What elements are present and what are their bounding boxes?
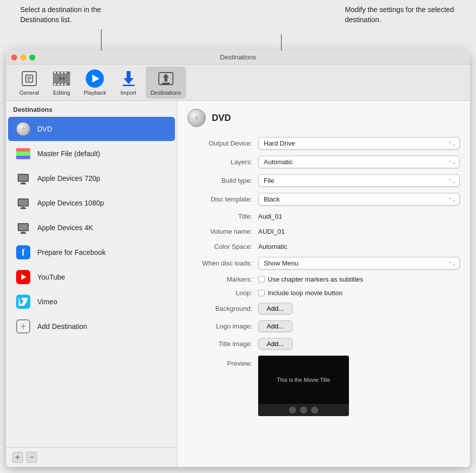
markers-control: Use chapter markers as subtitles [258, 276, 460, 283]
remove-destination-button[interactable]: − [26, 452, 37, 463]
preview-label: Preview: [188, 356, 258, 367]
markers-checkbox[interactable] [258, 276, 265, 283]
color-space-value: Automatic [258, 242, 460, 251]
sidebar-item-vimeo[interactable]: Vimeo [8, 290, 175, 314]
titlebar: Destinations [6, 50, 470, 64]
window-controls [11, 54, 35, 60]
import-icon [120, 70, 138, 88]
when-disc-loads-control: Show Menu Play Movie ⌃⌄ [258, 257, 460, 269]
svg-rect-34 [19, 224, 28, 230]
background-row: Background: Add... [188, 303, 460, 314]
sidebar-item-apple1080-label: Apple Devices 1080p [37, 199, 104, 207]
svg-rect-32 [20, 208, 26, 209]
toolbar: General [6, 64, 470, 101]
content-area: Destinations DVD Master File (default) [6, 101, 470, 467]
editing-icon [52, 70, 71, 88]
title-label: Title: [188, 213, 258, 220]
volume-name-text: AUDI_01 [258, 228, 285, 235]
layers-select-wrapper: Automatic Single Layer Dual Layer ⌃⌄ [258, 156, 460, 168]
apple-device-1080-icon [15, 195, 31, 211]
toolbar-item-destinations[interactable]: Destinations [146, 66, 187, 99]
svg-rect-31 [21, 207, 25, 208]
svg-marker-22 [163, 74, 169, 78]
maximize-button[interactable] [29, 54, 35, 60]
callout-line-right [281, 34, 282, 50]
window-title: Destinations [220, 53, 256, 61]
when-disc-loads-select[interactable]: Show Menu Play Movie [258, 257, 460, 269]
svg-rect-23 [164, 78, 167, 82]
preview-settings-button[interactable] [311, 407, 318, 414]
layers-select[interactable]: Automatic Single Layer Dual Layer [258, 156, 460, 168]
preview-control: This is the Movie Title [258, 356, 460, 416]
disc-template-control: Black White Custom ⌃⌄ [258, 193, 460, 206]
svg-rect-7 [54, 72, 56, 74]
sidebar-item-youtube[interactable]: YouTube [8, 265, 175, 289]
tooltip-right: Modify the settings for the selected des… [345, 5, 456, 43]
toolbar-item-import[interactable]: Import [113, 66, 144, 99]
output-device-label: Output Device: [188, 140, 258, 147]
disc-template-row: Disc template: Black White Custom ⌃⌄ [188, 193, 460, 206]
loop-checkbox-row: Include loop movie button [258, 289, 460, 297]
minimize-button[interactable] [20, 54, 26, 60]
loop-checkbox[interactable] [258, 290, 265, 296]
title-image-control: Add... [258, 338, 460, 350]
markers-row: Markers: Use chapter markers as subtitle… [188, 276, 460, 283]
preview-next-button[interactable] [300, 407, 307, 414]
output-device-row: Output Device: Hard Drive DVD Burner ⌃⌄ [188, 137, 460, 150]
svg-rect-20 [123, 85, 135, 86]
title-image-row: Title image: Add... [188, 338, 460, 350]
sidebar-item-apple720[interactable]: Apple Devices 720p [8, 166, 175, 190]
markers-label: Markers: [188, 276, 258, 283]
youtube-icon [15, 269, 31, 285]
toolbar-label-general: General [19, 90, 39, 96]
title-image-label: Title image: [188, 340, 258, 348]
svg-rect-8 [57, 72, 60, 74]
preview-play-button[interactable] [289, 407, 296, 414]
sidebar-item-youtube-label: YouTube [37, 273, 65, 281]
sidebar-item-facebook[interactable]: f Prepare for Facebook [8, 240, 175, 264]
dvd-icon [15, 121, 31, 137]
output-device-select[interactable]: Hard Drive DVD Burner [258, 137, 460, 150]
title-value: Audi_01 [258, 212, 460, 221]
svg-rect-36 [20, 233, 26, 234]
facebook-icon: f [15, 244, 31, 260]
add-destination-icon: + [15, 318, 31, 334]
preview-controls [258, 404, 349, 416]
layers-row: Layers: Automatic Single Layer Dual Laye… [188, 156, 460, 168]
toolbar-label-import: Import [121, 90, 136, 96]
loop-row: Loop: Include loop movie button [188, 289, 460, 297]
toolbar-label-playback: Playback [84, 90, 106, 96]
sidebar-item-dvd[interactable]: DVD [8, 117, 175, 141]
toolbar-item-playback[interactable]: Playback [79, 66, 111, 99]
sidebar-item-apple4k-label: Apple Devices 4K [37, 224, 93, 232]
build-type-select[interactable]: File Disc Mount [258, 174, 460, 187]
close-button[interactable] [11, 54, 17, 60]
apple-device-720-icon [15, 170, 31, 186]
loop-label: Loop: [188, 289, 258, 297]
logo-image-add-button[interactable]: Add... [258, 320, 292, 332]
build-type-select-wrapper: File Disc Mount ⌃⌄ [258, 174, 460, 187]
add-destination-button[interactable]: + [12, 452, 23, 463]
svg-rect-14 [65, 84, 67, 85]
background-add-button[interactable]: Add... [258, 303, 292, 314]
background-label: Background: [188, 305, 258, 312]
disc-template-select[interactable]: Black White Custom [258, 193, 460, 206]
svg-rect-13 [61, 84, 63, 85]
sidebar-item-add[interactable]: + Add Destination [8, 314, 175, 339]
sidebar-item-masterfile[interactable]: Master File (default) [8, 142, 175, 166]
title-text: Audi_01 [258, 213, 282, 220]
tooltip-area: Select a destination in the Destinations… [0, 0, 476, 48]
title-row: Title: Audi_01 [188, 212, 460, 221]
when-disc-loads-label: When disc loads: [188, 259, 258, 267]
title-image-add-button[interactable]: Add... [258, 338, 292, 350]
toolbar-item-editing[interactable]: Editing [46, 66, 77, 99]
sidebar-item-apple4k[interactable]: Apple Devices 4K [8, 216, 175, 240]
color-space-row: Color Space: Automatic [188, 242, 460, 251]
logo-image-label: Logo image: [188, 322, 258, 330]
sidebar-item-apple1080[interactable]: Apple Devices 1080p [8, 191, 175, 215]
sidebar: Destinations DVD Master File (default) [6, 101, 177, 467]
disc-template-select-wrapper: Black White Custom ⌃⌄ [258, 193, 460, 206]
sidebar-footer: + − [6, 447, 177, 467]
preview-text: This is the Movie Title [277, 377, 330, 383]
toolbar-item-general[interactable]: General [14, 66, 44, 99]
